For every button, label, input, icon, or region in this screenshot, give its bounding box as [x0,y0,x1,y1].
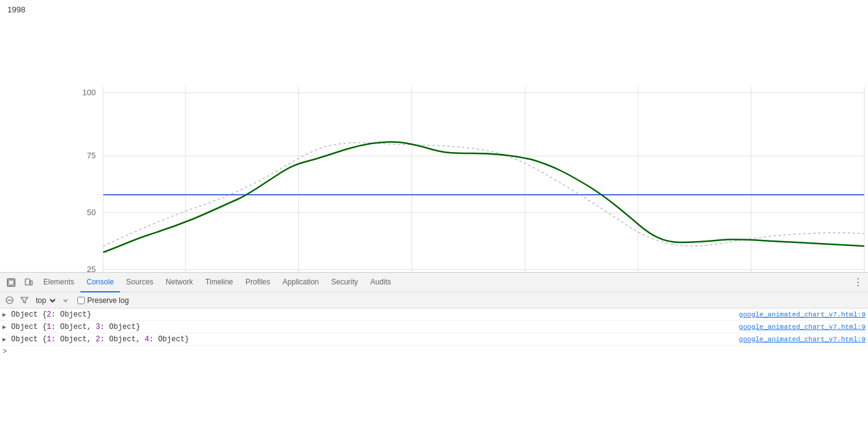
tab-profiles[interactable]: Profiles [239,273,276,292]
svg-rect-19 [9,280,14,285]
console-row-3: ▶ Object {1: Object, 2: Object, 4: Objec… [0,333,868,346]
console-row-link-1[interactable]: google_animated_chart_v7.html:9 [739,311,866,318]
svg-text:100: 100 [82,88,96,97]
chart-area: 100 75 50 25 [0,12,868,278]
console-input[interactable] [9,347,866,356]
preserve-log-label[interactable]: Preserve log [87,296,129,305]
svg-text:50: 50 [87,208,96,217]
clear-console-icon[interactable] [2,294,16,307]
toggle-device-icon[interactable] [20,274,37,291]
svg-rect-20 [25,279,30,285]
expand-arrow-1[interactable]: ▶ [2,311,9,318]
console-row-link-2[interactable]: google_animated_chart_v7.html:9 [739,323,866,331]
devtools-toolbar: top Preserve log [0,292,868,309]
tab-console[interactable]: Console [80,273,120,292]
svg-text:75: 75 [87,151,96,160]
console-input-row: > [0,346,868,358]
console-row-text-3: Object {1: Object, 2: Object, 4: Object} [11,335,739,344]
console-row-text-2: Object {1: Object, 3: Object} [11,323,739,331]
tab-security[interactable]: Security [325,273,364,292]
tab-timeline[interactable]: Timeline [199,273,239,292]
inspect-element-icon[interactable] [2,274,20,291]
tab-audits[interactable]: Audits [364,273,397,292]
tab-application[interactable]: Application [276,273,325,292]
tab-elements[interactable]: Elements [37,273,80,292]
expand-arrow-3[interactable]: ▶ [2,336,9,343]
console-row-2: ▶ Object {1: Object, 3: Object} google_a… [0,321,868,333]
console-row-link-3[interactable]: google_animated_chart_v7.html:9 [739,336,866,343]
console-prompt: > [2,347,7,356]
devtools-tabs: Elements Console Sources Network Timelin… [0,273,868,292]
preserve-log-container: Preserve log [77,296,129,305]
context-dropdown-icon[interactable] [59,294,72,307]
devtools-menu-button[interactable]: ⋮ [851,274,866,291]
preserve-log-checkbox[interactable] [77,297,85,304]
console-output: ▶ Object {2: Object} google_animated_cha… [0,309,868,426]
filter-icon[interactable] [17,294,31,307]
chart-svg: 100 75 50 25 [0,12,868,278]
svg-rect-21 [30,281,32,285]
tab-sources[interactable]: Sources [120,273,160,292]
console-row-1: ▶ Object {2: Object} google_animated_cha… [0,309,868,321]
execution-context-select[interactable]: top [32,296,57,305]
devtools-panel: Elements Console Sources Network Timelin… [0,272,868,426]
console-row-text-1: Object {2: Object} [11,310,739,319]
tab-network[interactable]: Network [160,273,199,292]
expand-arrow-2[interactable]: ▶ [2,323,9,331]
